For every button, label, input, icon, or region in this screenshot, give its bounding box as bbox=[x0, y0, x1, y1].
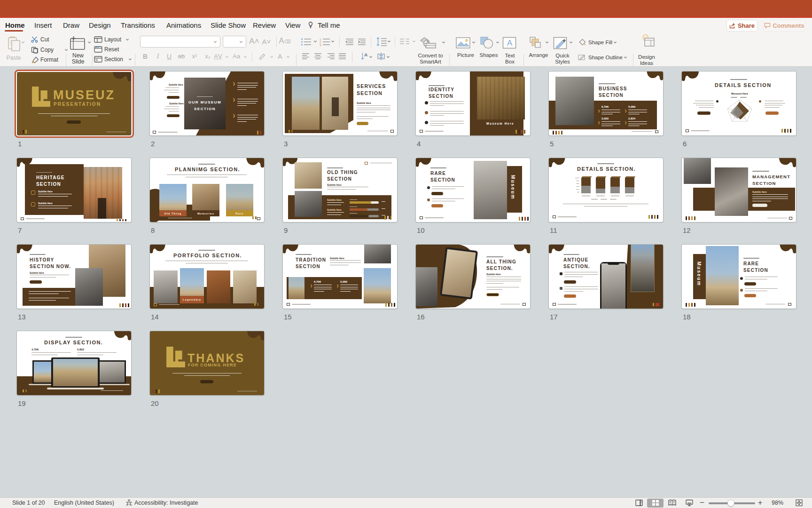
svg-text:3: 3 bbox=[320, 44, 321, 47]
svg-text:A: A bbox=[365, 53, 367, 57]
svg-text:A: A bbox=[507, 39, 513, 48]
